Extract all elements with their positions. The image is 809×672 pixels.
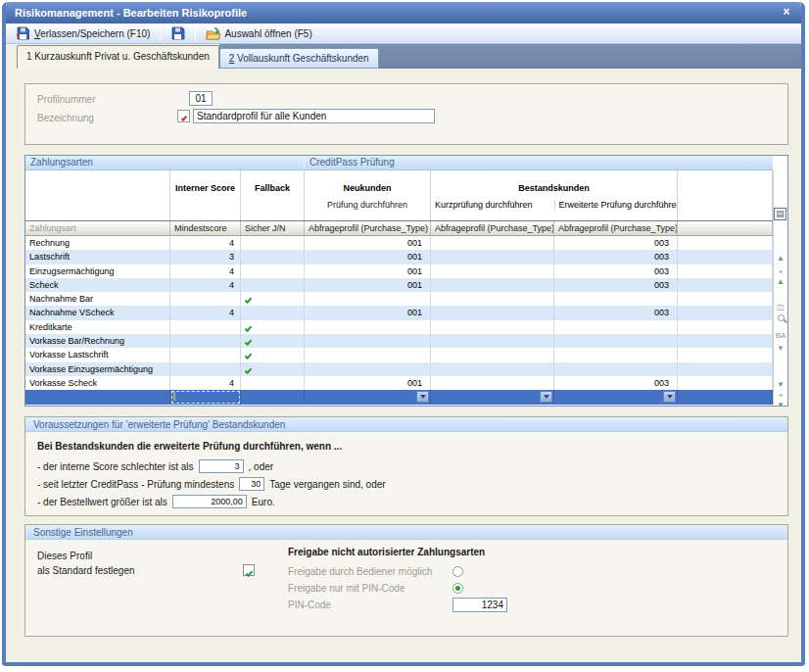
header-empty[interactable] bbox=[25, 170, 170, 220]
cell-sicher[interactable] bbox=[241, 264, 305, 278]
cell-zahlungsart[interactable]: Vorkasse Lastschrift bbox=[25, 348, 170, 361]
subheader-abfrageprofil-erw[interactable]: Abfrageprofil (Purchase_Type) bbox=[554, 221, 678, 235]
cell-abfrageprofil-erw[interactable]: 003 bbox=[554, 250, 678, 264]
cell-abfrageprofil-kurz[interactable] bbox=[431, 390, 554, 404]
cell-mindestscore[interactable] bbox=[170, 390, 241, 404]
cell-mindestscore[interactable]: 3 bbox=[170, 250, 241, 264]
selected-new-row[interactable] bbox=[25, 390, 773, 404]
tab-kurzauskunft[interactable]: 1 Kurzauskunft Privat u. Geschäftskunden bbox=[17, 45, 219, 69]
subheader-abfrageprofil-neu[interactable]: Abfrageprofil (Purchase_Type) bbox=[305, 221, 431, 235]
cell-abfrageprofil-neu[interactable]: 001 bbox=[305, 306, 431, 319]
cell-abfrageprofil-neu[interactable] bbox=[305, 292, 431, 306]
header-bestandskunden[interactable]: Bestandskunden Kurzprüfung durchführen E… bbox=[431, 170, 678, 220]
column-chooser-icon[interactable]: ▤ bbox=[774, 208, 786, 220]
default-profile-checkbox[interactable] bbox=[243, 564, 255, 576]
cell-mindestscore[interactable]: 4 bbox=[170, 306, 241, 319]
cell-abfrageprofil-erw[interactable]: 003 bbox=[554, 278, 678, 292]
header-fallback[interactable]: Fallback bbox=[241, 170, 305, 220]
cell-zahlungsart[interactable]: Lastschrift bbox=[25, 250, 170, 264]
cell-sicher[interactable] bbox=[241, 320, 305, 334]
cell-sicher[interactable] bbox=[241, 348, 305, 361]
cell-mindestscore[interactable] bbox=[170, 334, 241, 348]
scroll-last-icon[interactable]: ▼ bbox=[775, 401, 786, 407]
cell-abfrageprofil-neu[interactable] bbox=[305, 390, 431, 404]
cell-sicher[interactable] bbox=[241, 362, 305, 376]
cell-abfrageprofil-erw[interactable] bbox=[554, 348, 678, 361]
bezeichnung-input[interactable] bbox=[193, 109, 435, 123]
cell-abfrageprofil-erw[interactable] bbox=[554, 390, 678, 404]
cell-zahlungsart[interactable]: Vorkasse Einzugsermächtigung bbox=[25, 362, 170, 376]
cell-abfrageprofil-kurz[interactable] bbox=[431, 376, 554, 390]
cell-abfrageprofil-kurz[interactable] bbox=[431, 362, 554, 376]
release-operator-radio[interactable] bbox=[452, 566, 463, 577]
cell-sicher[interactable] bbox=[241, 306, 305, 319]
row-down-icon[interactable]: ▼ bbox=[775, 380, 786, 391]
score-threshold-input[interactable] bbox=[199, 459, 244, 473]
cell-mindestscore[interactable] bbox=[170, 362, 241, 376]
cell-abfrageprofil-erw[interactable] bbox=[554, 362, 678, 376]
cell-mindestscore[interactable]: 4 bbox=[170, 376, 241, 390]
pin-code-input[interactable] bbox=[452, 598, 507, 612]
header-interner-score[interactable]: Interner Score bbox=[170, 170, 241, 220]
cell-abfrageprofil-erw[interactable] bbox=[554, 320, 678, 334]
cell-sicher[interactable] bbox=[241, 278, 305, 292]
close-button[interactable]: × bbox=[779, 5, 794, 21]
cell-abfrageprofil-neu[interactable]: 001 bbox=[305, 376, 431, 390]
cell-abfrageprofil-kurz[interactable] bbox=[431, 348, 554, 361]
cell-abfrageprofil-kurz[interactable] bbox=[431, 278, 554, 292]
cell-zahlungsart[interactable]: Rechnung bbox=[25, 236, 170, 250]
cell-abfrageprofil-kurz[interactable] bbox=[431, 292, 554, 306]
subheader-sicher[interactable]: Sicher J/N bbox=[241, 221, 305, 235]
cell-filler[interactable] bbox=[678, 390, 773, 404]
save-button[interactable] bbox=[166, 24, 190, 42]
cell-abfrageprofil-kurz[interactable] bbox=[431, 306, 554, 319]
cell-sicher[interactable] bbox=[241, 250, 305, 264]
verify-check-icon[interactable] bbox=[177, 110, 190, 122]
cell-sicher[interactable] bbox=[241, 334, 305, 348]
cell-abfrageprofil-neu[interactable]: 001 bbox=[305, 236, 431, 250]
save-exit-button[interactable]: Verlassen/Speichern (F10) bbox=[11, 24, 155, 42]
cell-mindestscore[interactable] bbox=[170, 348, 241, 361]
cell-abfrageprofil-neu[interactable] bbox=[305, 320, 431, 334]
cell-abfrageprofil-erw[interactable]: 003 bbox=[554, 376, 678, 390]
profilnummer-input[interactable] bbox=[189, 91, 213, 106]
scroll-first-icon[interactable]: ▲ bbox=[775, 254, 786, 264]
cell-abfrageprofil-erw[interactable]: 003 bbox=[554, 236, 678, 250]
header-neukunden[interactable]: Neukunden Prüfung durchführen bbox=[305, 170, 431, 220]
subheader-zahlungsart[interactable]: Zahlungsart bbox=[25, 221, 170, 235]
cell-abfrageprofil-neu[interactable]: 001 bbox=[305, 250, 431, 264]
cell-mindestscore[interactable]: 4 bbox=[170, 236, 241, 250]
cell-abfrageprofil-erw[interactable] bbox=[554, 292, 678, 306]
cell-zahlungsart[interactable] bbox=[25, 390, 170, 404]
cell-zahlungsart[interactable]: Einzugsermächtigung bbox=[25, 264, 170, 278]
header-erweiterte[interactable]: Erweiterte Prüfung durchführen bbox=[554, 200, 678, 210]
cell-abfrageprofil-neu[interactable] bbox=[305, 348, 431, 361]
cell-abfrageprofil-neu[interactable] bbox=[305, 362, 431, 376]
filter-icon[interactable]: ▼ bbox=[775, 344, 786, 355]
cell-zahlungsart[interactable]: Nachnahme VScheck bbox=[25, 306, 170, 319]
tab-vollauskunft[interactable]: 2 Vollauskunft Geschäftskunden bbox=[219, 48, 379, 69]
cell-sicher[interactable] bbox=[241, 376, 305, 390]
cell-abfrageprofil-neu[interactable] bbox=[305, 334, 431, 348]
band-zahlungsarten[interactable]: Zahlungsarten bbox=[25, 156, 305, 169]
cell-abfrageprofil-kurz[interactable] bbox=[431, 236, 554, 250]
release-pin-radio[interactable] bbox=[452, 583, 463, 594]
open-selection-button[interactable]: Auswahl öffnen (F5) bbox=[201, 24, 316, 42]
cell-sicher[interactable] bbox=[241, 236, 305, 250]
cell-abfrageprofil-neu[interactable]: 001 bbox=[305, 278, 431, 292]
ba-icon[interactable]: BA bbox=[775, 331, 786, 342]
cell-sicher[interactable] bbox=[241, 390, 305, 404]
days-threshold-input[interactable] bbox=[239, 477, 264, 491]
cell-mindestscore[interactable] bbox=[170, 320, 241, 334]
cell-abfrageprofil-kurz[interactable] bbox=[431, 334, 554, 348]
dropdown-button[interactable] bbox=[663, 391, 676, 403]
cell-mindestscore[interactable] bbox=[170, 292, 241, 306]
columns-icon[interactable]: ◫ bbox=[775, 303, 786, 313]
cell-mindestscore[interactable]: 4 bbox=[170, 278, 241, 292]
row-up-icon[interactable]: ▲ bbox=[775, 277, 786, 288]
cell-abfrageprofil-kurz[interactable] bbox=[431, 264, 554, 278]
cell-abfrageprofil-erw[interactable]: 003 bbox=[554, 264, 678, 278]
cell-zahlungsart[interactable]: Vorkasse Scheck bbox=[25, 376, 170, 390]
cell-zahlungsart[interactable]: Nachnahme Bar bbox=[25, 292, 170, 306]
cell-zahlungsart[interactable]: Scheck bbox=[25, 278, 170, 292]
